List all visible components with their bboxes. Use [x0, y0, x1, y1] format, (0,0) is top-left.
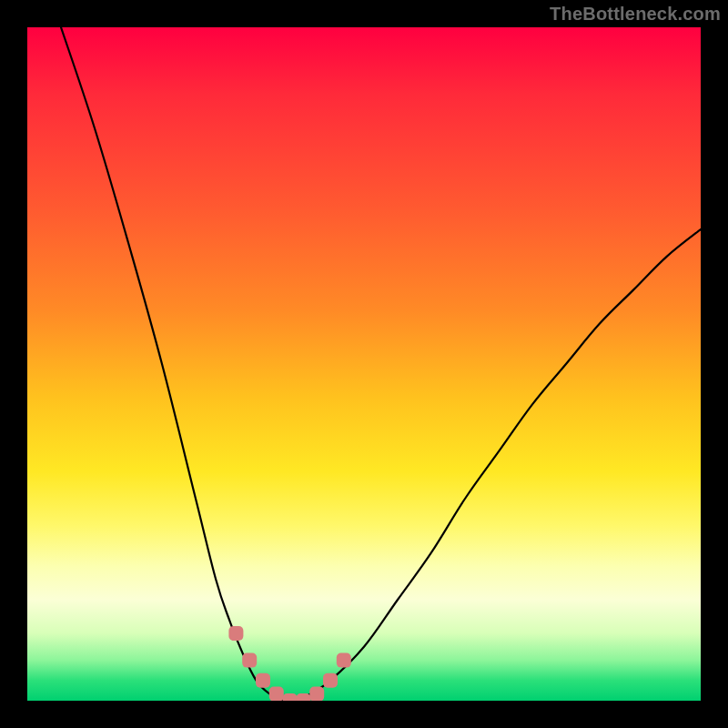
highlight-dot — [296, 693, 310, 701]
highlight-dot — [337, 653, 351, 668]
bottleneck-curve — [61, 27, 701, 701]
highlight-dot — [242, 653, 257, 668]
watermark-text: TheBottleneck.com — [550, 4, 721, 25]
outer-frame: TheBottleneck.com — [0, 0, 728, 728]
highlight-dot — [228, 626, 243, 641]
highlight-dot — [323, 673, 338, 688]
highlight-dot — [283, 693, 298, 701]
highlight-dot — [256, 673, 270, 688]
chart-svg — [27, 27, 701, 701]
plot-area — [27, 27, 701, 701]
highlight-dot — [269, 687, 284, 701]
highlight-dot — [309, 687, 324, 701]
marker-group — [228, 626, 350, 701]
